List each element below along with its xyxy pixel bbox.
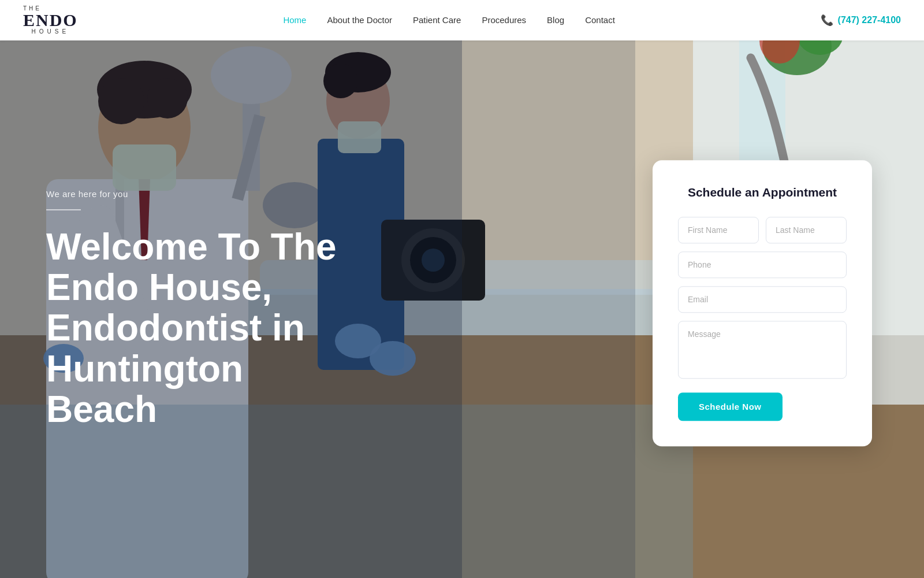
logo-endo: ENDO: [23, 12, 78, 29]
hero-title-line5: Beach: [46, 388, 157, 430]
nav-links: Home About the Doctor Patient Care Proce…: [283, 15, 614, 25]
phone-link[interactable]: 📞 (747) 227-4100: [821, 14, 901, 27]
nav-about[interactable]: About the Doctor: [327, 15, 392, 25]
hero-title-line2: Endo House,: [46, 266, 272, 308]
hero-title: Welcome To The Endo House, Endodontist i…: [46, 227, 416, 430]
name-row: [678, 217, 847, 243]
nav-contact[interactable]: Contact: [585, 15, 615, 25]
nav-procedures[interactable]: Procedures: [482, 15, 526, 25]
svg-rect-37: [462, 40, 635, 578]
nav-home[interactable]: Home: [283, 15, 306, 25]
first-name-input[interactable]: [678, 217, 759, 243]
last-name-input[interactable]: [766, 217, 847, 243]
schedule-button[interactable]: Schedule Now: [678, 392, 783, 421]
logo[interactable]: THE ENDO HOUSE: [23, 6, 78, 35]
phone-input[interactable]: [678, 251, 847, 278]
hero-divider: [46, 209, 81, 210]
navbar: THE ENDO HOUSE Home About the Doctor Pat…: [0, 0, 924, 40]
logo-house: HOUSE: [23, 29, 78, 35]
hero-section: We are here for you Welcome To The Endo …: [0, 0, 924, 578]
nav-patient-care[interactable]: Patient Care: [413, 15, 461, 25]
email-row: [678, 286, 847, 313]
appointment-card-title: Schedule an Appointment: [678, 186, 847, 199]
phone-number: (747) 227-4100: [838, 15, 901, 25]
nav-blog[interactable]: Blog: [547, 15, 564, 25]
phone-row: [678, 251, 847, 278]
hero-tagline: We are here for you: [46, 189, 416, 199]
hero-title-line3: Endodontist in: [46, 307, 305, 349]
email-input[interactable]: [678, 286, 847, 313]
appointment-card: Schedule an Appointment Schedule Now: [653, 160, 872, 446]
phone-icon: 📞: [821, 14, 833, 27]
hero-content: We are here for you Welcome To The Endo …: [0, 40, 462, 578]
hero-title-line1: Welcome To The: [46, 226, 337, 268]
message-textarea[interactable]: [678, 321, 847, 379]
hero-title-line4: Huntington: [46, 348, 243, 390]
